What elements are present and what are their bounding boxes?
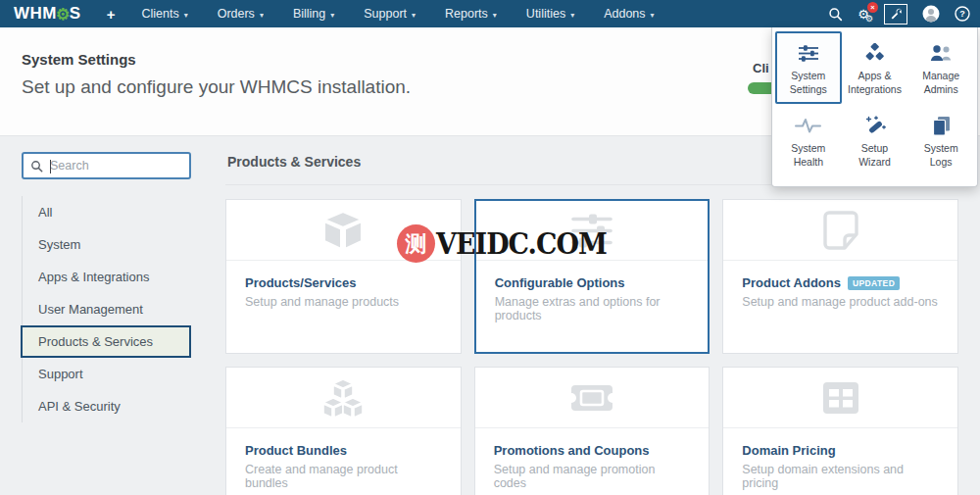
chevron-down-icon: ▾ [330, 11, 334, 20]
card-body: Products/Services Setup and manage produ… [226, 261, 461, 323]
chevron-down-icon: ▾ [412, 11, 416, 20]
menu-item-label: System Logs [911, 142, 970, 169]
nav-item-orders[interactable]: Orders▾ [203, 7, 278, 21]
sidebar-item-apps-integrations[interactable]: Apps & Integrations [23, 261, 191, 293]
menu-item-apps-integrations[interactable]: Apps & Integrations [842, 31, 908, 104]
card-icon-area [723, 200, 957, 261]
menu-item-setup-wizard[interactable]: Setup Wizard [842, 104, 908, 176]
card-subtitle: Setup and manage promotion codes [494, 463, 691, 490]
card-icon-area [475, 368, 710, 428]
pulse-icon [795, 115, 821, 136]
search-icon[interactable] [828, 7, 843, 22]
top-navbar: WHM⚙S + Clients▾ Orders▾ Billing▾ Suppor… [0, 0, 980, 27]
sidebar-search-box[interactable] [22, 152, 191, 179]
cubes-icon [320, 377, 366, 419]
nav-item-billing[interactable]: Billing▾ [278, 7, 349, 21]
logs-icon [931, 115, 952, 136]
search-icon [30, 160, 43, 173]
menu-item-label: Apps & Integrations [846, 70, 905, 96]
nav-item-clients[interactable]: Clients▾ [126, 7, 202, 21]
main-area: All System Apps & Integrations User Mana… [0, 136, 980, 495]
card-icon-area [226, 200, 461, 261]
cubes-icon [863, 42, 886, 64]
menu-item-system-logs[interactable]: System Logs [907, 104, 974, 176]
updated-badge: UPDATED [848, 276, 900, 290]
nav-item-support[interactable]: Support▾ [349, 7, 430, 21]
search-input[interactable] [50, 159, 182, 173]
ticket-icon [568, 381, 615, 415]
card-body: Configurable Options Manage extras and o… [476, 261, 709, 337]
help-icon[interactable]: ? [955, 6, 970, 22]
sidebar-item-user-management[interactable]: User Management [23, 293, 191, 325]
card-configurable-options[interactable]: Configurable Options Manage extras and o… [474, 199, 710, 354]
text-cursor [50, 160, 51, 173]
chevron-down-icon: ▾ [260, 11, 264, 20]
card-subtitle: Manage extras and options for products [495, 295, 690, 322]
card-product-bundles[interactable]: Product Bundles Create and manage produc… [225, 367, 462, 495]
menu-item-manage-admins[interactable]: Manage Admins [907, 31, 974, 104]
card-title: Product Bundles [245, 443, 347, 458]
card-products-services[interactable]: Products/Services Setup and manage produ… [225, 199, 462, 354]
sliders-icon [569, 213, 614, 249]
error-badge: × [867, 2, 878, 13]
card-promotions-coupons[interactable]: Promotions and Coupons Setup and manage … [474, 367, 710, 495]
card-subtitle: Create and manage product bundles [245, 463, 442, 490]
sidebar-item-all[interactable]: All [23, 196, 191, 228]
nav-item-reports[interactable]: Reports▾ [430, 7, 512, 21]
nav-item-utilities[interactable]: Utilities▾ [512, 7, 589, 21]
chevron-down-icon: ▾ [184, 11, 188, 20]
menu-item-label: Manage Admins [911, 70, 970, 96]
card-body: Promotions and Coupons Setup and manage … [475, 428, 710, 495]
page-title: System Settings [22, 51, 136, 68]
grid-icon [821, 380, 860, 416]
sliders-icon [797, 42, 820, 64]
card-product-addons[interactable]: Product Addons UPDATED Setup and manage … [722, 199, 958, 354]
wand-icon [863, 115, 886, 136]
card-title: Products/Services [245, 275, 356, 290]
page-subtitle: Set up and configure your WHMCS installa… [22, 76, 411, 98]
users-icon [929, 42, 954, 64]
card-icon-area [723, 368, 957, 428]
main-menu: Clients▾ Orders▾ Billing▾ Support▾ Repor… [126, 7, 668, 21]
content-panel: Products & Services Products/Services Se… [225, 136, 958, 495]
card-body: Product Bundles Create and manage produc… [226, 428, 461, 495]
card-title: Domain Pricing [742, 443, 835, 458]
settings-sidebar: All System Apps & Integrations User Mana… [22, 152, 191, 422]
chevron-down-icon: ▾ [493, 11, 497, 20]
card-icon-area [226, 368, 461, 428]
settings-dropdown-panel: System Settings Apps & Integrations Mana… [771, 27, 978, 187]
sidebar-item-system[interactable]: System [23, 228, 191, 261]
admin-avatar[interactable] [922, 5, 940, 23]
menu-item-system-settings[interactable]: System Settings [775, 31, 842, 104]
settings-card-grid: Products/Services Setup and manage produ… [225, 199, 958, 495]
card-title: Configurable Options [495, 275, 625, 290]
menu-item-label: System Health [779, 142, 838, 169]
svg-text:?: ? [959, 9, 965, 19]
card-title: Product Addons [742, 275, 841, 290]
note-icon [819, 209, 862, 252]
menu-item-system-health[interactable]: System Health [775, 104, 842, 176]
system-settings-wrench-icon[interactable] [884, 4, 907, 25]
card-body: Domain Pricing Setup domain extensions a… [723, 428, 957, 495]
card-icon-area [476, 201, 709, 261]
whmcs-logo[interactable]: WHM⚙S [14, 4, 81, 24]
card-domain-pricing[interactable]: Domain Pricing Setup domain extensions a… [722, 367, 958, 495]
sidebar-item-api-security[interactable]: API & Security [23, 390, 191, 422]
clipped-header-link[interactable]: Cli [753, 61, 769, 75]
cube-icon [320, 210, 366, 251]
nav-item-addons[interactable]: Addons▾ [589, 7, 668, 21]
category-list: All System Apps & Integrations User Mana… [22, 196, 191, 422]
card-title: Promotions and Coupons [494, 443, 650, 458]
sidebar-item-products-services[interactable]: Products & Services [21, 325, 191, 358]
automation-status-icon[interactable]: ⚙ ⚙ × [858, 7, 869, 22]
menu-item-label: Setup Wizard [846, 142, 905, 169]
card-subtitle: Setup and manage product add-ons [742, 295, 939, 309]
gear-icon: ⚙ [865, 14, 873, 24]
sidebar-item-support[interactable]: Support [23, 358, 191, 390]
card-subtitle: Setup domain extensions and pricing [742, 463, 939, 490]
quick-add-button[interactable]: + [107, 6, 116, 23]
chevron-down-icon: ▾ [570, 11, 574, 20]
menu-item-label: System Settings [779, 70, 838, 96]
logo-text-right: S [70, 4, 81, 24]
logo-text-left: WHM [14, 4, 57, 24]
